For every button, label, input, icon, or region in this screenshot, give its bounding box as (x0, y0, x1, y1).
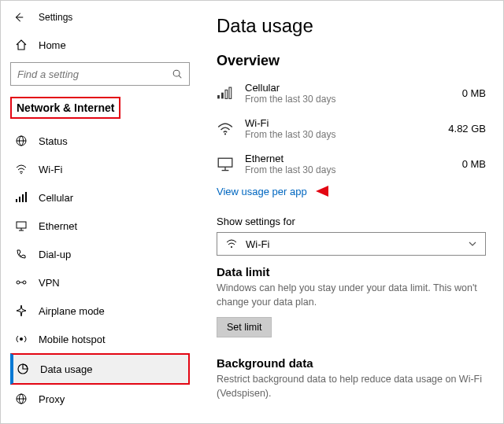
overview-item-value: 0 MB (462, 87, 486, 99)
nav-vpn[interactable]: VPN (10, 268, 190, 297)
svg-rect-10 (25, 192, 27, 202)
wifi-icon (217, 122, 234, 136)
ethernet-icon (15, 219, 28, 232)
data-limit-desc: Windows can help you stay under your dat… (217, 282, 486, 309)
overview-item-sub: From the last 30 days (245, 94, 451, 105)
search-icon (172, 68, 183, 79)
chevron-down-icon (468, 239, 477, 249)
page-title: Data usage (217, 15, 486, 37)
nav-ethernet[interactable]: Ethernet (10, 212, 190, 240)
category-heading: Network & Internet (10, 97, 120, 119)
nav-label: Airplane mode (39, 305, 105, 317)
nav-label: Data usage (40, 363, 93, 375)
home-nav[interactable]: Home (10, 31, 190, 62)
overview-wifi: Wi-Fi From the last 30 days 4.82 GB (217, 112, 486, 148)
nav-label: Status (39, 135, 68, 147)
show-settings-select[interactable]: Wi-Fi (217, 232, 486, 256)
annotation-arrow-icon (316, 183, 347, 201)
svg-point-6 (20, 173, 22, 175)
data-usage-icon (17, 363, 29, 375)
title-bar: Settings (10, 9, 190, 31)
hotspot-icon (15, 333, 28, 345)
nav-label: Cellular (39, 192, 73, 204)
overview-item-sub: From the last 30 days (245, 164, 451, 175)
wifi-icon (225, 238, 238, 250)
sidebar: Settings Home Network & Internet Status (1, 1, 199, 423)
home-icon (15, 39, 28, 51)
main-content: Data usage Overview Cellular From the la… (199, 1, 503, 423)
nav-label: Mobile hotspot (39, 334, 106, 345)
overview-item-value: 4.82 GB (448, 123, 486, 135)
svg-rect-8 (19, 197, 20, 202)
phone-icon (15, 248, 28, 260)
data-limit-heading: Data limit (217, 265, 486, 278)
nav-dialup[interactable]: Dial-up (10, 240, 190, 268)
nav-data-usage[interactable]: Data usage (10, 353, 190, 385)
overview-cellular: Cellular From the last 30 days 0 MB (217, 77, 486, 112)
search-box[interactable] (10, 62, 190, 86)
ethernet-icon (217, 157, 234, 172)
cellular-icon (15, 191, 28, 204)
svg-rect-23 (221, 92, 224, 98)
nav-hotspot[interactable]: Mobile hotspot (10, 325, 190, 353)
background-desc: Restrict background data to help reduce … (217, 373, 486, 400)
svg-rect-24 (225, 90, 228, 98)
overview-item-value: 0 MB (462, 158, 486, 170)
overview-ethernet: Ethernet From the last 30 days 0 MB (217, 148, 486, 183)
svg-rect-22 (217, 95, 220, 98)
overview-item-name: Cellular (245, 82, 451, 94)
cellular-icon (217, 87, 234, 101)
svg-point-15 (23, 281, 26, 284)
nav-wifi[interactable]: Wi-Fi (10, 155, 190, 183)
select-value: Wi-Fi (246, 238, 468, 250)
search-input[interactable] (17, 68, 172, 80)
svg-point-30 (231, 246, 232, 248)
nav-label: Ethernet (39, 220, 77, 232)
nav-label: Wi-Fi (39, 164, 62, 175)
nav-airplane[interactable]: Airplane mode (10, 297, 190, 325)
app-title: Settings (39, 12, 72, 23)
svg-point-17 (20, 337, 23, 341)
vpn-icon (15, 276, 28, 289)
svg-rect-9 (22, 194, 24, 202)
set-limit-button[interactable]: Set limit (217, 317, 272, 337)
overview-item-sub: From the last 30 days (245, 129, 437, 140)
globe-icon (15, 135, 28, 147)
svg-point-1 (173, 70, 180, 76)
background-heading: Background data (217, 356, 486, 370)
back-icon[interactable] (13, 12, 24, 23)
overview-item-name: Wi-Fi (245, 117, 437, 129)
view-usage-link[interactable]: View usage per app (217, 186, 307, 197)
overview-heading: Overview (217, 53, 486, 69)
home-label: Home (39, 39, 66, 51)
svg-rect-11 (17, 222, 26, 228)
nav-status[interactable]: Status (10, 127, 190, 155)
svg-rect-27 (218, 158, 232, 167)
airplane-icon (15, 304, 28, 317)
svg-rect-7 (16, 199, 17, 202)
overview-item-name: Ethernet (245, 153, 451, 164)
proxy-icon (15, 393, 28, 405)
svg-rect-25 (229, 87, 232, 98)
svg-line-2 (179, 76, 181, 78)
nav-label: VPN (39, 277, 60, 289)
nav-label: Proxy (39, 393, 65, 405)
nav-proxy[interactable]: Proxy (10, 385, 190, 413)
nav-cellular[interactable]: Cellular (10, 183, 190, 212)
svg-point-26 (224, 133, 226, 135)
svg-point-14 (17, 281, 20, 284)
show-settings-label: Show settings for (217, 216, 486, 227)
nav-label: Dial-up (39, 249, 71, 260)
wifi-icon (15, 163, 28, 175)
